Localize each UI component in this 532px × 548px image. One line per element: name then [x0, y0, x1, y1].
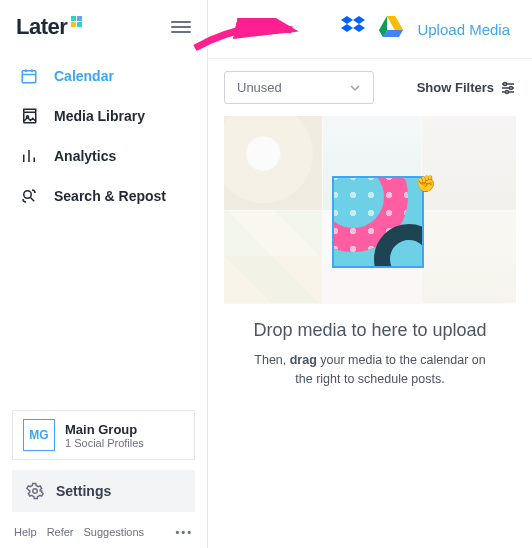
analytics-icon: [18, 147, 40, 165]
more-icon[interactable]: •••: [175, 526, 193, 538]
svg-point-9: [24, 191, 32, 199]
media-thumbnail: [323, 264, 421, 304]
search-repost-icon: [18, 187, 40, 205]
media-area: ✊ Drop media to here to upload Then, dra…: [208, 116, 532, 409]
nav-label: Media Library: [54, 108, 145, 124]
suggestions-link[interactable]: Suggestions: [84, 526, 145, 538]
settings-label: Settings: [56, 483, 111, 499]
nav-media-library[interactable]: Media Library: [0, 96, 207, 136]
refer-link[interactable]: Refer: [47, 526, 74, 538]
nav-label: Search & Repost: [54, 188, 166, 204]
topbar: Upload Media: [208, 0, 532, 59]
svg-rect-4: [24, 112, 36, 123]
settings-button[interactable]: Settings: [12, 470, 195, 512]
media-thumbnail: [422, 211, 516, 303]
logo-text: Later: [16, 14, 67, 40]
group-sub: 1 Social Profiles: [65, 437, 144, 449]
help-link[interactable]: Help: [14, 526, 37, 538]
media-thumbnail: [224, 256, 322, 304]
nav-search-repost[interactable]: Search & Repost: [0, 176, 207, 216]
svg-point-17: [506, 90, 509, 93]
drop-title: Drop media to here to upload: [244, 320, 496, 341]
svg-point-16: [510, 86, 513, 89]
show-filters-label: Show Filters: [417, 80, 494, 95]
svg-rect-0: [22, 71, 36, 83]
dropdown-value: Unused: [237, 80, 282, 95]
selected-media-thumbnail[interactable]: [332, 176, 424, 268]
filter-bar: Unused Show Filters: [208, 59, 532, 116]
media-library-icon: [18, 107, 40, 125]
upload-media-button[interactable]: Upload Media: [417, 21, 510, 38]
footer-links: Help Refer Suggestions •••: [0, 520, 207, 548]
nav-label: Calendar: [54, 68, 114, 84]
calendar-icon: [18, 67, 40, 85]
nav-calendar[interactable]: Calendar: [0, 56, 207, 96]
svg-point-11: [33, 489, 38, 494]
nav-analytics[interactable]: Analytics: [0, 136, 207, 176]
svg-point-15: [504, 82, 507, 85]
svg-line-10: [31, 198, 35, 202]
nav-label: Analytics: [54, 148, 116, 164]
grab-cursor-icon: ✊: [416, 174, 436, 193]
nav: Calendar Media Library Analytics Search …: [0, 48, 207, 400]
group-selector[interactable]: MG Main Group 1 Social Profiles: [12, 410, 195, 460]
sidebar-top: Later: [0, 0, 207, 48]
show-filters-button[interactable]: Show Filters: [417, 80, 516, 96]
main: Upload Media Unused Show Filters: [208, 0, 532, 548]
logo: Later: [16, 14, 84, 40]
media-filter-dropdown[interactable]: Unused: [224, 71, 374, 104]
google-drive-icon[interactable]: [379, 16, 403, 42]
drop-subtitle: Then, drag your media to the calendar on…: [244, 351, 496, 389]
group-badge: MG: [23, 419, 55, 451]
drop-message: Drop media to here to upload Then, drag …: [224, 304, 516, 393]
media-thumbnail: [224, 116, 322, 210]
dropbox-icon[interactable]: [341, 16, 365, 42]
gear-icon: [26, 482, 44, 500]
group-name: Main Group: [65, 422, 144, 437]
media-thumbnail: [422, 116, 516, 210]
sidebar: Later Calendar Media Lib: [0, 0, 208, 548]
sliders-icon: [500, 80, 516, 96]
menu-toggle-icon[interactable]: [171, 18, 191, 36]
logo-pixels-icon: [70, 15, 84, 27]
chevron-down-icon: [349, 82, 361, 94]
group-info: Main Group 1 Social Profiles: [65, 422, 144, 449]
media-grid[interactable]: ✊: [224, 116, 516, 304]
